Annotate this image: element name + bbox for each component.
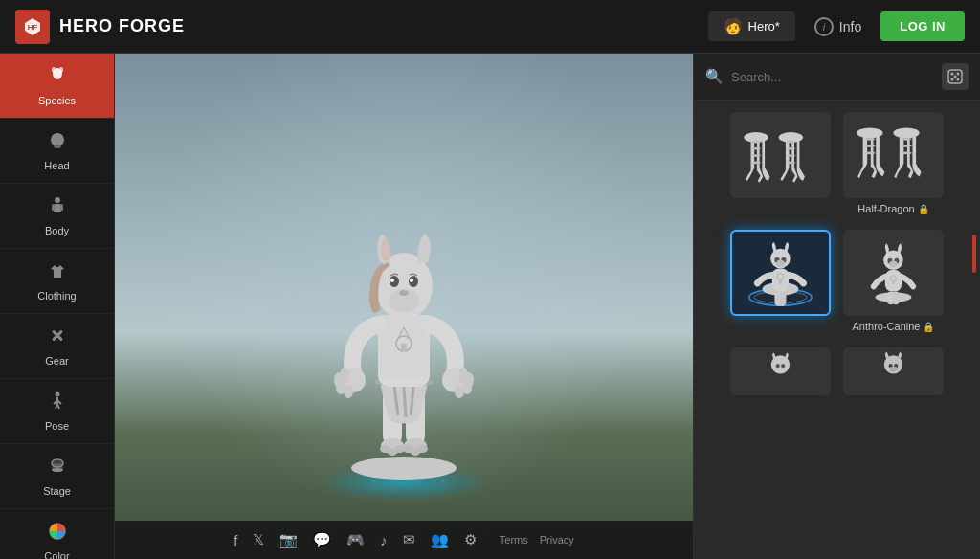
login-button[interactable]: LOG IN xyxy=(880,11,965,41)
main-content: Species Head xyxy=(0,54,980,559)
sidebar-label-body: Body xyxy=(45,225,69,236)
sidebar-label-clothing: Clothing xyxy=(37,290,76,302)
more-card-1[interactable] xyxy=(728,347,834,395)
anthro-canine-card-2[interactable]: Anthro-Canine 🔒 xyxy=(841,230,947,332)
anthro-canine-badge: 🔒 xyxy=(923,322,934,332)
sidebar-label-color: Color xyxy=(44,550,69,559)
sidebar-item-clothing[interactable]: Clothing xyxy=(0,249,114,314)
discord-icon[interactable]: 💬 xyxy=(313,531,331,548)
half-dragon-img-1 xyxy=(730,112,831,198)
svg-rect-87 xyxy=(885,270,902,291)
half-dragon-label: Half-Dragon 🔒 xyxy=(858,203,928,214)
app: HF HERO FORGE 🧑 Hero* i Info LOG IN xyxy=(0,0,980,559)
terms-link[interactable]: Terms xyxy=(500,534,528,546)
info-tab[interactable]: i Info xyxy=(799,11,877,42)
svg-rect-95 xyxy=(892,292,901,305)
settings-icon[interactable]: ⚙ xyxy=(464,531,477,548)
instagram-icon[interactable]: 📷 xyxy=(279,531,298,548)
email-icon[interactable]: ✉ xyxy=(403,531,415,548)
svg-point-5 xyxy=(51,133,64,146)
top-nav: HF HERO FORGE 🧑 Hero* i Info LOG IN xyxy=(0,0,980,54)
svg-point-97 xyxy=(776,364,780,368)
miniature-container xyxy=(318,176,490,502)
twitch-icon[interactable]: 🎮 xyxy=(346,531,365,548)
sidebar-item-gear[interactable]: Gear xyxy=(0,314,114,379)
species-icon xyxy=(47,65,68,91)
svg-point-73 xyxy=(893,128,919,139)
bottom-links: Terms Privacy xyxy=(500,534,574,546)
svg-text:HF: HF xyxy=(28,23,38,32)
sidebar-label-pose: Pose xyxy=(45,420,69,432)
search-input[interactable] xyxy=(731,70,934,84)
facebook-icon[interactable]: f xyxy=(234,532,237,548)
sidebar-item-stage[interactable]: Stage xyxy=(0,444,114,509)
stage-icon xyxy=(47,456,68,481)
species-grid: Half-Dragon 🔒 xyxy=(694,101,980,559)
info-tab-label: Info xyxy=(839,19,861,34)
svg-point-62 xyxy=(390,279,394,282)
viewport: f 𝕏 📷 💬 🎮 ♪ ✉ 👥 ⚙ Terms Privacy xyxy=(115,54,693,559)
svg-rect-45 xyxy=(401,344,407,352)
svg-point-63 xyxy=(410,279,413,282)
anthro-canine-card-1[interactable] xyxy=(728,230,834,332)
svg-point-4 xyxy=(59,67,63,73)
svg-point-81 xyxy=(776,260,785,267)
svg-rect-85 xyxy=(778,292,787,306)
color-icon xyxy=(47,521,68,547)
svg-point-13 xyxy=(55,392,59,397)
svg-point-65 xyxy=(951,73,954,76)
anthro-canine-img-selected xyxy=(730,230,831,316)
svg-point-3 xyxy=(52,67,56,73)
sidebar-item-body[interactable]: Body xyxy=(0,184,114,249)
panel-search: 🔍 xyxy=(694,54,980,101)
svg-point-55 xyxy=(455,385,464,398)
half-dragon-card-1[interactable] xyxy=(728,112,834,214)
anthro-canine-row: Anthro-Canine 🔒 xyxy=(705,230,969,332)
svg-rect-93 xyxy=(892,281,895,284)
svg-line-18 xyxy=(57,404,59,409)
svg-point-72 xyxy=(857,128,882,139)
svg-point-7 xyxy=(55,197,60,203)
sidebar-item-head[interactable]: Head xyxy=(0,119,114,184)
svg-point-68 xyxy=(957,78,960,81)
head-icon xyxy=(47,130,68,156)
anthro-canine-img-2 xyxy=(843,230,944,316)
svg-point-40 xyxy=(418,445,428,453)
svg-point-67 xyxy=(951,78,954,81)
anthro-canine-group: Anthro-Canine 🔒 xyxy=(705,230,969,332)
hero-tab-icon: 🧑 xyxy=(724,17,743,35)
more-img-1 xyxy=(730,347,831,395)
twitter-icon[interactable]: 𝕏 xyxy=(253,531,264,548)
gear-icon xyxy=(47,325,68,351)
anthro-canine-label: Anthro-Canine 🔒 xyxy=(853,321,935,332)
pose-icon xyxy=(47,391,68,416)
half-dragon-card-2[interactable]: Half-Dragon 🔒 xyxy=(841,112,947,214)
info-icon: i xyxy=(814,17,834,36)
half-dragon-img-2 xyxy=(843,112,944,198)
more-card-2[interactable] xyxy=(841,347,947,395)
sidebar-label-gear: Gear xyxy=(45,355,68,367)
sidebar-label-head: Head xyxy=(44,160,69,171)
body-icon xyxy=(47,195,68,221)
privacy-link[interactable]: Privacy xyxy=(540,534,574,546)
svg-point-66 xyxy=(957,73,960,76)
logo-area: HF HERO FORGE xyxy=(15,10,185,44)
svg-point-98 xyxy=(781,364,785,368)
community-icon[interactable]: 👥 xyxy=(431,531,449,548)
svg-rect-8 xyxy=(54,204,61,212)
svg-point-30 xyxy=(351,457,457,480)
sidebar-item-species[interactable]: Species xyxy=(0,54,114,119)
scroll-indicator xyxy=(972,235,976,273)
randomize-button[interactable] xyxy=(942,63,969,90)
svg-point-50 xyxy=(344,385,353,398)
svg-rect-10 xyxy=(60,204,63,211)
hero-tab-label: Hero* xyxy=(748,19,780,34)
svg-point-6 xyxy=(54,145,61,148)
sidebar-item-color[interactable]: Color xyxy=(0,509,114,559)
svg-rect-9 xyxy=(52,204,55,211)
hero-tab[interactable]: 🧑 Hero* xyxy=(708,11,795,41)
bottom-bar: f 𝕏 📷 💬 🎮 ♪ ✉ 👥 ⚙ Terms Privacy xyxy=(115,521,693,559)
svg-point-91 xyxy=(889,261,898,268)
sidebar-item-pose[interactable]: Pose xyxy=(0,379,114,444)
tiktok-icon[interactable]: ♪ xyxy=(380,532,388,548)
